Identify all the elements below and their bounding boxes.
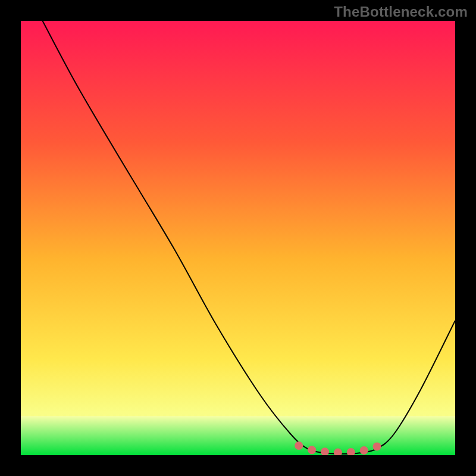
marker-dot (360, 446, 368, 455)
floor-band (21, 416, 455, 455)
chart-canvas: TheBottleneck.com (0, 0, 476, 476)
bottleneck-chart (21, 21, 455, 455)
marker-dot (373, 442, 381, 450)
gradient-background (21, 21, 455, 455)
marker-dot (295, 441, 303, 450)
watermark-text: TheBottleneck.com (334, 4, 468, 20)
marker-dot (308, 446, 316, 454)
